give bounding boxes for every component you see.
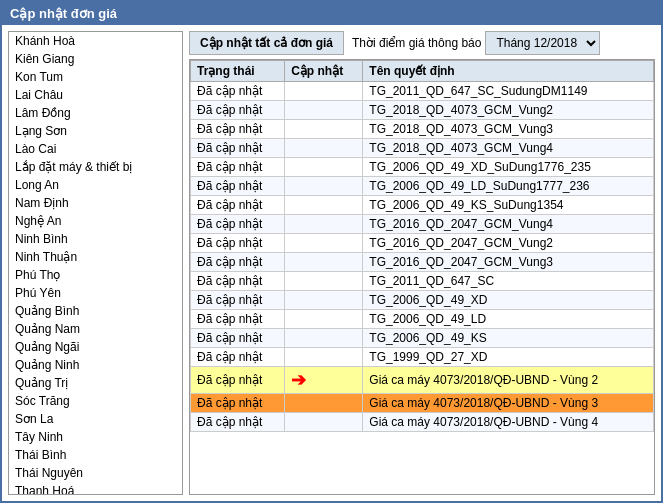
cell-cap-nhat	[285, 120, 363, 139]
cell-cap-nhat	[285, 158, 363, 177]
list-item[interactable]: Quảng Bình	[9, 302, 182, 320]
list-item[interactable]: Thanh Hoá	[9, 482, 182, 495]
cell-ten-quyet-dinh: TG_2006_QD_49_KS	[363, 329, 654, 348]
cell-ten-quyet-dinh: TG_2016_QD_2047_GCM_Vung2	[363, 234, 654, 253]
table-row: Đã cập nhậtTG_2016_QD_2047_GCM_Vung3	[191, 253, 654, 272]
list-item[interactable]: Kiên Giang	[9, 50, 182, 68]
cell-trang-thai: Đã cập nhật	[191, 253, 285, 272]
list-item[interactable]: Phú Thọ	[9, 266, 182, 284]
province-list[interactable]: Khánh HoàKiên GiangKon TumLai ChâuLâm Đồ…	[8, 31, 183, 495]
table-row: Đã cập nhậtTG_2006_QD_49_LD_SuDung1777_2…	[191, 177, 654, 196]
table-header-row: Trạng thái Cập nhật Tên quyết định	[191, 61, 654, 82]
table-row: Đã cập nhậtTG_2006_QD_49_KS	[191, 329, 654, 348]
list-item[interactable]: Lai Châu	[9, 86, 182, 104]
cell-cap-nhat	[285, 177, 363, 196]
cell-ten-quyet-dinh: TG_2006_QD_49_XD_SuDung1776_235	[363, 158, 654, 177]
cell-ten-quyet-dinh: TG_1999_QD_27_XD	[363, 348, 654, 367]
list-item[interactable]: Lắp đặt máy & thiết bị	[9, 158, 182, 176]
update-all-button[interactable]: Cập nhật tất cả đơn giá	[189, 31, 344, 55]
cell-ten-quyet-dinh: TG_2006_QD_49_LD	[363, 310, 654, 329]
main-window: Cập nhật đơn giá Khánh HoàKiên GiangKon …	[0, 0, 663, 503]
list-item[interactable]: Quảng Nam	[9, 320, 182, 338]
cell-ten-quyet-dinh: TG_2006_QD_49_XD	[363, 291, 654, 310]
cell-trang-thai: Đã cập nhật	[191, 394, 285, 413]
cell-ten-quyet-dinh: TG_2011_QD_647_SC_SudungDM1149	[363, 82, 654, 101]
list-item[interactable]: Ninh Thuận	[9, 248, 182, 266]
list-item[interactable]: Long An	[9, 176, 182, 194]
cell-cap-nhat	[285, 310, 363, 329]
cell-cap-nhat	[285, 394, 363, 413]
cell-trang-thai: Đã cập nhật	[191, 310, 285, 329]
list-item[interactable]: Thái Nguyên	[9, 464, 182, 482]
month-selector[interactable]: Tháng 12/2018	[485, 31, 600, 55]
cell-trang-thai: Đã cập nhật	[191, 348, 285, 367]
cell-cap-nhat	[285, 291, 363, 310]
list-item[interactable]: Nghệ An	[9, 212, 182, 230]
cell-cap-nhat	[285, 101, 363, 120]
title-bar: Cập nhật đơn giá	[2, 2, 661, 25]
list-item[interactable]: Tây Ninh	[9, 428, 182, 446]
table-row: Đã cập nhậtTG_2018_QD_4073_GCM_Vung2	[191, 101, 654, 120]
cell-ten-quyet-dinh: TG_2006_QD_49_KS_SuDung1354	[363, 196, 654, 215]
cell-ten-quyet-dinh: TG_2018_QD_4073_GCM_Vung3	[363, 120, 654, 139]
table-row: Đã cập nhật➔Giá ca máy 4073/2018/QĐ-UBND…	[191, 367, 654, 394]
table-row: Đã cập nhậtTG_1999_QD_27_XD	[191, 348, 654, 367]
col-ten-quyet-dinh: Tên quyết định	[363, 61, 654, 82]
list-item[interactable]: Quảng Ninh	[9, 356, 182, 374]
table-row: Đã cập nhậtTG_2011_QD_647_SC_SudungDM114…	[191, 82, 654, 101]
table-row: Đã cập nhậtTG_2016_QD_2047_GCM_Vung4	[191, 215, 654, 234]
cell-ten-quyet-dinh: Giá ca máy 4073/2018/QĐ-UBND - Vùng 3	[363, 394, 654, 413]
cell-cap-nhat	[285, 348, 363, 367]
cell-cap-nhat	[285, 272, 363, 291]
cell-ten-quyet-dinh: TG_2011_QD_647_SC	[363, 272, 654, 291]
list-item[interactable]: Thái Bình	[9, 446, 182, 464]
table-row: Đã cập nhậtTG_2006_QD_49_XD_SuDung1776_2…	[191, 158, 654, 177]
window-title: Cập nhật đơn giá	[10, 6, 117, 21]
list-item[interactable]: Quảng Trị	[9, 374, 182, 392]
cell-cap-nhat	[285, 329, 363, 348]
cell-trang-thai: Đã cập nhật	[191, 215, 285, 234]
table-row: Đã cập nhậtTG_2006_QD_49_LD	[191, 310, 654, 329]
list-item[interactable]: Lạng Sơn	[9, 122, 182, 140]
table-row: Đã cập nhậtTG_2018_QD_4073_GCM_Vung3	[191, 120, 654, 139]
list-item[interactable]: Khánh Hoà	[9, 32, 182, 50]
cell-trang-thai: Đã cập nhật	[191, 139, 285, 158]
cell-trang-thai: Đã cập nhật	[191, 158, 285, 177]
cell-ten-quyet-dinh: TG_2016_QD_2047_GCM_Vung3	[363, 253, 654, 272]
cell-trang-thai: Đã cập nhật	[191, 177, 285, 196]
thoi-diem-label: Thời điểm giá thông báo	[352, 36, 481, 50]
list-item[interactable]: Lâm Đồng	[9, 104, 182, 122]
list-item[interactable]: Quảng Ngãi	[9, 338, 182, 356]
cell-cap-nhat	[285, 234, 363, 253]
cell-cap-nhat	[285, 253, 363, 272]
table-row: Đã cập nhậtTG_2018_QD_4073_GCM_Vung4	[191, 139, 654, 158]
cell-cap-nhat	[285, 413, 363, 432]
list-item[interactable]: Sơn La	[9, 410, 182, 428]
cell-ten-quyet-dinh: TG_2006_QD_49_LD_SuDung1777_236	[363, 177, 654, 196]
right-panel: Cập nhật tất cả đơn giá Thời điểm giá th…	[189, 31, 655, 495]
toolbar: Cập nhật tất cả đơn giá Thời điểm giá th…	[189, 31, 655, 55]
cell-cap-nhat	[285, 196, 363, 215]
list-item[interactable]: Lào Cai	[9, 140, 182, 158]
list-item[interactable]: Sóc Trăng	[9, 392, 182, 410]
list-item[interactable]: Phú Yên	[9, 284, 182, 302]
cell-cap-nhat	[285, 215, 363, 234]
cell-trang-thai: Đã cập nhật	[191, 82, 285, 101]
col-cap-nhat: Cập nhật	[285, 61, 363, 82]
table-row: Đã cập nhậtTG_2006_QD_49_KS_SuDung1354	[191, 196, 654, 215]
cell-cap-nhat	[285, 82, 363, 101]
data-table: Trạng thái Cập nhật Tên quyết định Đã cậ…	[190, 60, 654, 432]
cell-ten-quyet-dinh: Giá ca máy 4073/2018/QĐ-UBND - Vùng 2	[363, 367, 654, 394]
table-row: Đã cập nhậtGiá ca máy 4073/2018/QĐ-UBND …	[191, 413, 654, 432]
cell-cap-nhat: ➔	[285, 367, 363, 394]
cell-trang-thai: Đã cập nhật	[191, 196, 285, 215]
data-table-container[interactable]: Trạng thái Cập nhật Tên quyết định Đã cậ…	[189, 59, 655, 495]
cell-ten-quyet-dinh: TG_2016_QD_2047_GCM_Vung4	[363, 215, 654, 234]
cell-trang-thai: Đã cập nhật	[191, 367, 285, 394]
table-row: Đã cập nhậtTG_2016_QD_2047_GCM_Vung2	[191, 234, 654, 253]
list-item[interactable]: Ninh Bình	[9, 230, 182, 248]
list-item[interactable]: Nam Định	[9, 194, 182, 212]
list-item[interactable]: Kon Tum	[9, 68, 182, 86]
table-row: Đã cập nhậtTG_2011_QD_647_SC	[191, 272, 654, 291]
cell-ten-quyet-dinh: TG_2018_QD_4073_GCM_Vung4	[363, 139, 654, 158]
